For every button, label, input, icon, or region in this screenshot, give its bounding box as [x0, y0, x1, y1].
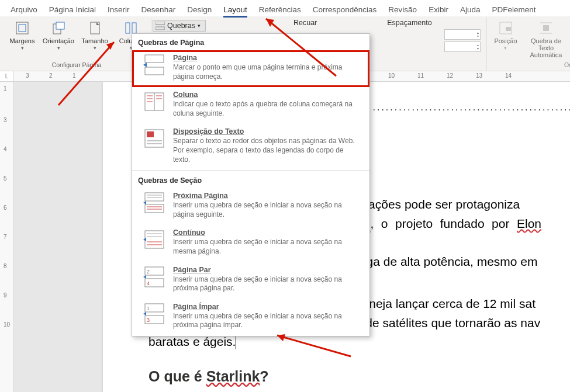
- tab-layout[interactable]: Layout: [217, 3, 253, 16]
- orientacao-label: Orientação: [43, 37, 74, 44]
- dd-par-desc: Inserir uma quebra de seção e iniciar a …: [173, 275, 360, 293]
- dd-item-coluna[interactable]: Coluna Indicar que o texto após a quebra…: [132, 87, 369, 124]
- ruler-vertical[interactable]: 1 3 4 5 6 7 8 9 10: [0, 82, 14, 392]
- text-wrapping-break-icon: [143, 127, 166, 150]
- tab-revisao[interactable]: Revisão: [382, 3, 423, 16]
- tamanho-label: Tamanho: [81, 37, 108, 44]
- svg-rect-10: [506, 27, 511, 31]
- dd-impar-desc: Inserir uma quebra de seção e iniciar a …: [173, 312, 360, 330]
- menu-tabs: Arquivo Página Inicial Inserir Desenhar …: [0, 0, 570, 16]
- dd-coluna-desc: Indicar que o texto após a quebra de col…: [173, 100, 360, 118]
- tab-pagina-inicial[interactable]: Página Inicial: [43, 3, 102, 16]
- dd-continuo-desc: Inserir uma quebra de seção e iniciar a …: [173, 238, 360, 256]
- quebra-texto-label: Quebra de Texto Automática: [524, 37, 568, 58]
- dd-item-pagina[interactable]: Página Marcar o ponto em que uma página …: [132, 50, 369, 87]
- tab-referencias[interactable]: Referências: [253, 3, 307, 16]
- tab-exibir[interactable]: Exibir: [423, 3, 454, 16]
- recuar-label: Recuar: [293, 19, 317, 27]
- group-label-configurar: Configurar Página: [52, 61, 102, 70]
- svg-text:1: 1: [147, 306, 150, 311]
- quebra-texto-button[interactable]: Quebra de Texto Automática: [524, 19, 568, 58]
- dd-item-disposicao[interactable]: Disposição do Texto Separar o texto ao r…: [132, 124, 369, 170]
- next-page-section-icon: [143, 192, 166, 214]
- quebras-button[interactable]: Quebras ▾: [153, 20, 206, 32]
- dd-proxima-title: Próxima Página: [173, 192, 360, 200]
- even-page-section-icon: 24: [143, 266, 166, 288]
- group-configurar-pagina: Margens ▾ Orientação ▾ Tamanho ▾: [2, 18, 151, 71]
- dd-item-continuo[interactable]: Contínuo Inserir uma quebra de seção e i…: [132, 225, 369, 262]
- svg-rect-29: [147, 131, 154, 137]
- orientation-icon: [50, 20, 67, 36]
- position-icon: [498, 20, 514, 36]
- svg-text:4: 4: [147, 280, 150, 286]
- svg-rect-6: [132, 23, 136, 33]
- margens-button[interactable]: Margens ▾: [6, 19, 39, 58]
- spacing-before-input[interactable]: ▴▾: [444, 29, 481, 40]
- size-icon: [87, 20, 103, 36]
- dd-item-pagina-par[interactable]: 24 Página Par Inserir uma quebra de seçã…: [132, 262, 369, 299]
- tab-ajuda[interactable]: Ajuda: [454, 3, 486, 16]
- tab-inserir[interactable]: Inserir: [102, 3, 136, 16]
- svg-rect-19: [145, 55, 164, 63]
- text-cursor: [236, 337, 236, 349]
- svg-rect-5: [126, 23, 130, 33]
- orientacao-button[interactable]: Orientação ▾: [42, 19, 75, 58]
- svg-rect-11: [543, 25, 549, 31]
- page-break-icon: [143, 54, 166, 76]
- dd-proxima-desc: Inserir uma quebra de seção e iniciar a …: [173, 201, 360, 219]
- odd-page-section-icon: 13: [143, 303, 166, 325]
- spacing-after-input[interactable]: ▴▾: [444, 41, 481, 52]
- column-break-icon: [143, 91, 166, 113]
- dd-pagina-desc: Marcar o ponto em que uma página termina…: [173, 63, 360, 81]
- svg-rect-32: [145, 193, 164, 201]
- breaks-icon: [156, 22, 165, 30]
- dd-item-pagina-impar[interactable]: 13 Página Ímpar Inserir uma quebra de se…: [132, 299, 369, 336]
- svg-text:3: 3: [147, 317, 150, 323]
- margins-icon: [14, 20, 30, 36]
- dd-header-pagina: Quebras de Página: [132, 34, 369, 50]
- svg-rect-1: [19, 25, 26, 32]
- tab-arquivo[interactable]: Arquivo: [5, 3, 43, 16]
- svg-rect-0: [16, 22, 28, 34]
- tab-desenhar[interactable]: Desenhar: [136, 3, 182, 16]
- chevron-down-icon: ▾: [198, 23, 201, 29]
- svg-rect-7: [156, 22, 165, 25]
- posicao-button[interactable]: Posição ▾: [490, 19, 521, 58]
- dd-coluna-title: Coluna: [173, 91, 360, 99]
- group-organizar: Posição ▾ Quebra de Texto Automática Ava…: [487, 18, 570, 71]
- tab-correspondencias[interactable]: Correspondências: [307, 3, 383, 16]
- tab-design[interactable]: Design: [181, 3, 217, 16]
- svg-rect-20: [145, 67, 164, 75]
- dd-par-title: Página Par: [173, 266, 360, 274]
- svg-rect-8: [156, 27, 165, 30]
- tamanho-button[interactable]: Tamanho ▾: [78, 19, 111, 58]
- dd-header-secao: Quebras de Seção: [132, 170, 369, 188]
- dd-pagina-title: Página: [173, 54, 360, 62]
- tab-pdfelement[interactable]: PDFelement: [486, 3, 541, 16]
- dd-impar-title: Página Ímpar: [173, 303, 360, 311]
- margens-label: Margens: [10, 37, 35, 44]
- svg-text:2: 2: [147, 269, 150, 275]
- dd-disposicao-title: Disposição do Texto: [173, 127, 360, 136]
- espacamento-label: Espaçamento: [387, 19, 431, 27]
- quebras-dropdown: Quebras de Página Página Marcar o ponto …: [132, 33, 370, 337]
- continuous-section-icon: [143, 228, 166, 251]
- ruler-corner[interactable]: L: [0, 71, 14, 81]
- doc-heading-2: O que é Starlink?: [148, 368, 541, 385]
- quebras-label: Quebras: [167, 22, 195, 30]
- dd-item-proxima-pagina[interactable]: Próxima Página Inserir uma quebra de seç…: [132, 188, 369, 225]
- svg-rect-35: [145, 204, 164, 213]
- dd-continuo-title: Contínuo: [173, 228, 360, 237]
- text-wrap-icon: [538, 20, 554, 36]
- group-label-organizar: Organizar: [564, 61, 570, 70]
- svg-rect-3: [56, 22, 64, 29]
- dd-disposicao-desc: Separar o texto ao redor dos objetos nas…: [173, 137, 360, 164]
- posicao-label: Posição: [494, 37, 517, 44]
